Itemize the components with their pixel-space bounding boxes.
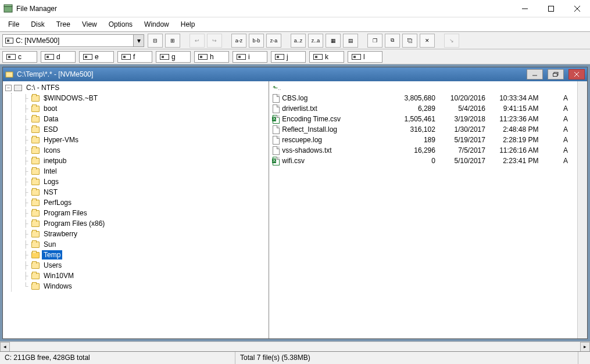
drive-tab-j[interactable]: j (271, 51, 306, 63)
svg-rect-6 (6, 72, 13, 77)
file-attr: A (539, 94, 577, 102)
tree-node[interactable]: ├Strawberry (20, 229, 269, 239)
tree-pane[interactable]: − C:\ - NTFS ├$WINDOWS.~BT├boot├Data├ESD… (3, 81, 269, 338)
tree-node-label: Icons (42, 146, 62, 155)
menu-options[interactable]: Options (103, 18, 138, 31)
tree-node[interactable]: ├Program Files (20, 208, 269, 218)
toolbtn-delete[interactable]: ✕ (420, 34, 435, 48)
tree-node[interactable]: ├Icons (20, 145, 269, 156)
file-list-pane[interactable]: ⬑ .. CBS.log3,805,68010/20/201610:33:34 … (269, 81, 577, 338)
tree-node[interactable]: ├Temp (20, 250, 269, 260)
menu-help[interactable]: Help (175, 18, 201, 31)
drive-tab-e[interactable]: e (79, 51, 114, 63)
menu-file[interactable]: File (2, 18, 25, 31)
file-date: 5/10/2017 (435, 157, 485, 165)
toolbtn-sort-name[interactable]: a-z (231, 34, 246, 48)
tree-node[interactable]: ├Users (20, 260, 269, 271)
child-restore[interactable] (548, 69, 564, 80)
horizontal-scrollbar[interactable]: ◂ ▸ (0, 341, 590, 351)
tree-node[interactable]: ├Logs (20, 176, 269, 187)
toolbtn-sort-ztoa[interactable]: z..a (308, 34, 323, 48)
file-row[interactable]: vss-shadows.txt16,2967/5/201711:26:16 AM… (269, 145, 577, 156)
window-maximize[interactable] (538, 0, 564, 17)
toolbtn-sort-atoz[interactable]: a..z (291, 34, 306, 48)
toolbtn-sort-size[interactable]: z-a (266, 34, 281, 48)
drive-selector-dropdown[interactable]: ▾ (133, 35, 144, 46)
tree-node[interactable]: ├ESD (20, 124, 269, 135)
tree-node[interactable]: ├Hyper-VMs (20, 135, 269, 145)
tree-node-label: Sun (42, 240, 58, 249)
file-attr: A (539, 115, 577, 123)
tree-node[interactable]: ├Sun (20, 239, 269, 250)
drive-tab-g[interactable]: g (156, 51, 191, 63)
toolbtn-tree-collapse[interactable]: ⊟ (148, 34, 163, 48)
up-directory[interactable]: ⬑ .. (269, 82, 577, 93)
toolbtn-view-details[interactable]: ▤ (343, 34, 358, 48)
drive-selector[interactable]: C: [NVMe500] ▾ (2, 34, 144, 47)
file-size: 16,296 (391, 146, 435, 154)
tree-node[interactable]: ├Program Files (x86) (20, 218, 269, 229)
folder-icon (31, 95, 40, 102)
file-date: 1/30/2017 (435, 125, 485, 134)
file-row[interactable]: Encoding Time.csv1,505,4613/19/201811:23… (269, 114, 577, 124)
text-file-icon (273, 125, 280, 134)
tree-node[interactable]: ├inetpub (20, 156, 269, 166)
child-minimize[interactable] (527, 69, 543, 80)
menu-window[interactable]: Window (138, 18, 175, 31)
tree-root-node[interactable]: − C:\ - NTFS (5, 82, 269, 93)
drive-tab-h[interactable]: h (194, 51, 229, 63)
tree-root-label: C:\ - NTFS (24, 83, 61, 92)
drive-tab-d[interactable]: d (41, 51, 76, 63)
toolbtn-view-list[interactable]: ▦ (326, 34, 341, 48)
folder-icon (31, 168, 40, 175)
toolbtn-copy[interactable]: ⧉ (385, 34, 400, 48)
tree-node[interactable]: ├$WINDOWS.~BT (20, 93, 269, 103)
toolbtn-copy-path[interactable]: ⿻ (402, 34, 417, 48)
file-size: 189 (391, 136, 435, 144)
window-close[interactable] (564, 0, 590, 17)
menu-tree[interactable]: Tree (51, 18, 76, 31)
drive-tab-k[interactable]: k (309, 51, 344, 63)
file-row[interactable]: CBS.log3,805,68010/20/201610:33:34 AMA (269, 93, 577, 103)
drive-tab-l[interactable]: l (348, 51, 382, 63)
file-time: 11:23:36 AM (485, 115, 539, 123)
drive-tab-i[interactable]: i (233, 51, 267, 63)
folder-icon (31, 137, 40, 143)
drive-tab-c[interactable]: c (2, 51, 37, 63)
tree-node[interactable]: └Windows (20, 281, 269, 291)
menu-disk[interactable]: Disk (25, 18, 50, 31)
text-file-icon (273, 104, 280, 113)
toolbar-main: C: [NVMe500] ▾ ⊟⊞↩↪a-zb-bz-aa..zz..a▦▤❐⧉… (0, 32, 590, 49)
tree-node[interactable]: ├NST (20, 187, 269, 197)
scroll-left[interactable]: ◂ (0, 342, 10, 352)
tree-node[interactable]: ├PerfLogs (20, 197, 269, 208)
vertical-scrollbar[interactable] (577, 81, 587, 338)
drive-tab-row: cdefghijkl (0, 49, 590, 64)
toolbtn-tree-expand[interactable]: ⊞ (165, 34, 180, 48)
disk-icon (352, 54, 361, 60)
tree-node[interactable]: ├Intel (20, 166, 269, 176)
file-row[interactable]: driverlist.txt6,2895/4/20169:41:15 AMA (269, 103, 577, 114)
tree-node[interactable]: ├Win10VM (20, 271, 269, 281)
folder-window-titlebar[interactable]: C:\Temp\*.* - [NVMe500] (3, 67, 587, 81)
tree-node-label: NST (42, 188, 59, 197)
minus-icon[interactable]: − (5, 85, 12, 91)
resize-grip[interactable] (578, 352, 590, 364)
disk-icon (45, 54, 54, 60)
file-row[interactable]: rescuepe.log1895/19/20172:28:19 PMA (269, 135, 577, 145)
window-minimize[interactable] (512, 0, 538, 17)
file-row[interactable]: wifi.csv05/10/20172:23:41 PMA (269, 156, 577, 166)
toolbtn-sort-type[interactable]: b-b (249, 34, 264, 48)
text-file-icon (273, 94, 280, 103)
file-name: Encoding Time.csv (282, 115, 391, 123)
drive-tab-f[interactable]: f (117, 51, 152, 63)
file-time: 2:48:48 PM (485, 125, 539, 134)
tree-node[interactable]: ├Data (20, 114, 269, 124)
scroll-right[interactable]: ▸ (580, 342, 590, 352)
file-row[interactable]: Reflect_Install.log316,1021/30/20172:48:… (269, 124, 577, 135)
tree-node[interactable]: ├boot (20, 103, 269, 114)
toolbtn-new-window[interactable]: ❐ (367, 34, 382, 48)
child-close[interactable] (568, 69, 585, 80)
tree-node-label: Users (42, 261, 63, 270)
menu-view[interactable]: View (76, 18, 103, 31)
